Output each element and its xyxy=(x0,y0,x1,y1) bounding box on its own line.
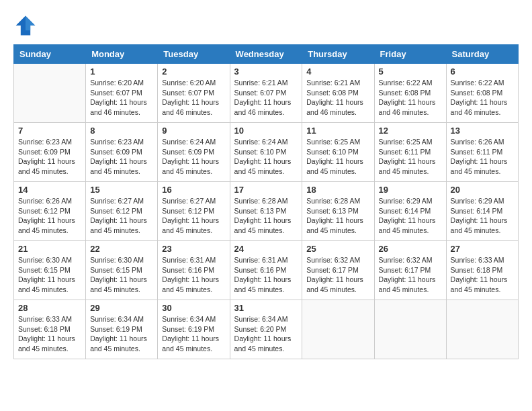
day-number: 4 xyxy=(306,66,369,77)
calendar-cell: 8Sunrise: 6:23 AMSunset: 6:09 PMDaylight… xyxy=(86,123,158,182)
calendar-header-thursday: Thursday xyxy=(302,45,374,64)
day-number: 16 xyxy=(162,185,225,195)
day-number: 31 xyxy=(234,303,298,313)
calendar-cell: 15Sunrise: 6:27 AMSunset: 6:12 PMDayligh… xyxy=(86,182,158,241)
day-info: Sunrise: 6:23 AMSunset: 6:09 PMDaylight:… xyxy=(18,137,81,177)
day-number: 19 xyxy=(379,185,442,195)
day-info: Sunrise: 6:24 AMSunset: 6:10 PMDaylight:… xyxy=(234,137,298,177)
day-number: 27 xyxy=(451,244,514,254)
day-info: Sunrise: 6:20 AMSunset: 6:07 PMDaylight:… xyxy=(162,78,225,118)
calendar-header-row: SundayMondayTuesdayWednesdayThursdayFrid… xyxy=(14,45,519,64)
calendar-cell: 3Sunrise: 6:21 AMSunset: 6:07 PMDaylight… xyxy=(230,64,302,123)
day-info: Sunrise: 6:21 AMSunset: 6:07 PMDaylight:… xyxy=(234,78,298,118)
day-info: Sunrise: 6:24 AMSunset: 6:09 PMDaylight:… xyxy=(162,137,225,177)
page-header xyxy=(13,13,519,38)
calendar-cell: 23Sunrise: 6:31 AMSunset: 6:16 PMDayligh… xyxy=(158,241,230,300)
day-info: Sunrise: 6:34 AMSunset: 6:19 PMDaylight:… xyxy=(162,314,225,354)
day-number: 7 xyxy=(18,126,81,136)
day-number: 18 xyxy=(306,185,369,195)
logo xyxy=(13,13,40,38)
calendar-cell: 2Sunrise: 6:20 AMSunset: 6:07 PMDaylight… xyxy=(158,64,230,123)
week-row-3: 14Sunrise: 6:26 AMSunset: 6:12 PMDayligh… xyxy=(14,182,519,241)
calendar-cell: 11Sunrise: 6:25 AMSunset: 6:10 PMDayligh… xyxy=(302,123,374,182)
logo-icon xyxy=(13,13,38,38)
calendar-cell xyxy=(302,300,374,359)
calendar-cell: 30Sunrise: 6:34 AMSunset: 6:19 PMDayligh… xyxy=(158,300,230,359)
calendar-cell xyxy=(14,64,86,123)
day-info: Sunrise: 6:31 AMSunset: 6:16 PMDaylight:… xyxy=(234,255,298,295)
calendar-cell: 27Sunrise: 6:33 AMSunset: 6:18 PMDayligh… xyxy=(446,241,518,300)
day-info: Sunrise: 6:27 AMSunset: 6:12 PMDaylight:… xyxy=(90,196,153,236)
day-number: 22 xyxy=(90,244,153,254)
day-number: 21 xyxy=(18,244,81,254)
day-number: 11 xyxy=(306,126,369,136)
calendar-cell: 28Sunrise: 6:33 AMSunset: 6:18 PMDayligh… xyxy=(14,300,86,359)
day-info: Sunrise: 6:25 AMSunset: 6:10 PMDaylight:… xyxy=(306,137,369,177)
day-info: Sunrise: 6:28 AMSunset: 6:13 PMDaylight:… xyxy=(306,196,369,236)
day-info: Sunrise: 6:33 AMSunset: 6:18 PMDaylight:… xyxy=(451,255,514,295)
day-number: 6 xyxy=(451,66,514,77)
calendar-cell: 1Sunrise: 6:20 AMSunset: 6:07 PMDaylight… xyxy=(86,64,158,123)
day-info: Sunrise: 6:33 AMSunset: 6:18 PMDaylight:… xyxy=(18,314,81,354)
calendar-cell: 18Sunrise: 6:28 AMSunset: 6:13 PMDayligh… xyxy=(302,182,374,241)
day-number: 9 xyxy=(162,126,225,136)
day-info: Sunrise: 6:21 AMSunset: 6:08 PMDaylight:… xyxy=(306,78,369,118)
day-info: Sunrise: 6:26 AMSunset: 6:12 PMDaylight:… xyxy=(18,196,81,236)
day-number: 24 xyxy=(234,244,298,254)
calendar-cell: 19Sunrise: 6:29 AMSunset: 6:14 PMDayligh… xyxy=(374,182,446,241)
calendar-cell: 22Sunrise: 6:30 AMSunset: 6:15 PMDayligh… xyxy=(86,241,158,300)
calendar-cell: 24Sunrise: 6:31 AMSunset: 6:16 PMDayligh… xyxy=(230,241,302,300)
calendar-cell: 20Sunrise: 6:29 AMSunset: 6:14 PMDayligh… xyxy=(446,182,518,241)
day-number: 26 xyxy=(379,244,442,254)
day-info: Sunrise: 6:22 AMSunset: 6:08 PMDaylight:… xyxy=(451,78,514,118)
calendar: SundayMondayTuesdayWednesdayThursdayFrid… xyxy=(13,44,519,359)
day-number: 17 xyxy=(234,185,298,195)
calendar-cell: 21Sunrise: 6:30 AMSunset: 6:15 PMDayligh… xyxy=(14,241,86,300)
calendar-cell: 31Sunrise: 6:34 AMSunset: 6:20 PMDayligh… xyxy=(230,300,302,359)
week-row-1: 1Sunrise: 6:20 AMSunset: 6:07 PMDaylight… xyxy=(14,64,519,123)
day-info: Sunrise: 6:22 AMSunset: 6:08 PMDaylight:… xyxy=(379,78,442,118)
calendar-cell: 26Sunrise: 6:32 AMSunset: 6:17 PMDayligh… xyxy=(374,241,446,300)
calendar-cell: 9Sunrise: 6:24 AMSunset: 6:09 PMDaylight… xyxy=(158,123,230,182)
day-number: 30 xyxy=(162,303,225,313)
calendar-cell: 29Sunrise: 6:34 AMSunset: 6:19 PMDayligh… xyxy=(86,300,158,359)
day-number: 29 xyxy=(90,303,153,313)
day-info: Sunrise: 6:30 AMSunset: 6:15 PMDaylight:… xyxy=(18,255,81,295)
day-number: 25 xyxy=(306,244,369,254)
calendar-cell: 5Sunrise: 6:22 AMSunset: 6:08 PMDaylight… xyxy=(374,64,446,123)
calendar-header-monday: Monday xyxy=(86,45,158,64)
day-info: Sunrise: 6:28 AMSunset: 6:13 PMDaylight:… xyxy=(234,196,298,236)
day-number: 5 xyxy=(379,66,442,77)
calendar-header-tuesday: Tuesday xyxy=(158,45,230,64)
calendar-cell: 17Sunrise: 6:28 AMSunset: 6:13 PMDayligh… xyxy=(230,182,302,241)
calendar-cell: 13Sunrise: 6:26 AMSunset: 6:11 PMDayligh… xyxy=(446,123,518,182)
day-number: 3 xyxy=(234,66,298,77)
day-info: Sunrise: 6:32 AMSunset: 6:17 PMDaylight:… xyxy=(306,255,369,295)
calendar-cell xyxy=(446,300,518,359)
day-number: 1 xyxy=(90,66,153,77)
week-row-4: 21Sunrise: 6:30 AMSunset: 6:15 PMDayligh… xyxy=(14,241,519,300)
day-info: Sunrise: 6:27 AMSunset: 6:12 PMDaylight:… xyxy=(162,196,225,236)
day-number: 23 xyxy=(162,244,225,254)
calendar-cell: 10Sunrise: 6:24 AMSunset: 6:10 PMDayligh… xyxy=(230,123,302,182)
day-number: 15 xyxy=(90,185,153,195)
day-number: 14 xyxy=(18,185,81,195)
day-info: Sunrise: 6:20 AMSunset: 6:07 PMDaylight:… xyxy=(90,78,153,118)
day-number: 8 xyxy=(90,126,153,136)
calendar-cell: 12Sunrise: 6:25 AMSunset: 6:11 PMDayligh… xyxy=(374,123,446,182)
week-row-5: 28Sunrise: 6:33 AMSunset: 6:18 PMDayligh… xyxy=(14,300,519,359)
calendar-header-saturday: Saturday xyxy=(446,45,518,64)
day-info: Sunrise: 6:34 AMSunset: 6:19 PMDaylight:… xyxy=(90,314,153,354)
calendar-cell: 14Sunrise: 6:26 AMSunset: 6:12 PMDayligh… xyxy=(14,182,86,241)
day-number: 28 xyxy=(18,303,81,313)
day-number: 20 xyxy=(451,185,514,195)
day-number: 13 xyxy=(451,126,514,136)
day-info: Sunrise: 6:23 AMSunset: 6:09 PMDaylight:… xyxy=(90,137,153,177)
day-number: 10 xyxy=(234,126,298,136)
calendar-cell xyxy=(374,300,446,359)
calendar-cell: 25Sunrise: 6:32 AMSunset: 6:17 PMDayligh… xyxy=(302,241,374,300)
calendar-cell: 4Sunrise: 6:21 AMSunset: 6:08 PMDaylight… xyxy=(302,64,374,123)
calendar-cell: 7Sunrise: 6:23 AMSunset: 6:09 PMDaylight… xyxy=(14,123,86,182)
day-info: Sunrise: 6:25 AMSunset: 6:11 PMDaylight:… xyxy=(379,137,442,177)
day-info: Sunrise: 6:30 AMSunset: 6:15 PMDaylight:… xyxy=(90,255,153,295)
